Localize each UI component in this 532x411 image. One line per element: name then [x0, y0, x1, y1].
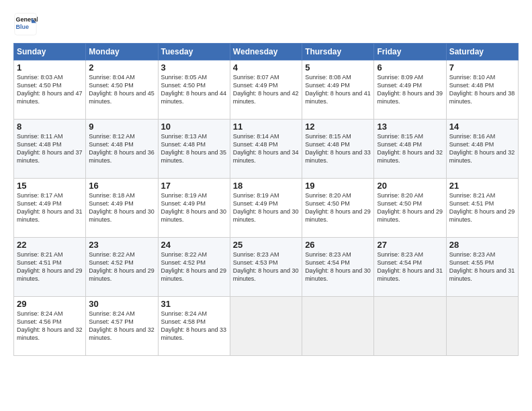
day-number: 4 [233, 62, 299, 73]
calendar-cell: 21 Sunrise: 8:21 AMSunset: 4:51 PMDaylig… [446, 179, 518, 238]
day-info: Sunrise: 8:04 AMSunset: 4:50 PMDaylight:… [89, 74, 154, 105]
day-number: 16 [89, 181, 154, 191]
day-info: Sunrise: 8:20 AMSunset: 4:50 PMDaylight:… [377, 192, 443, 223]
day-number: 29 [17, 299, 83, 309]
day-info: Sunrise: 8:23 AMSunset: 4:55 PMDaylight:… [449, 251, 515, 282]
calendar-page: General Blue SundayMondayTuesdayWednesda… [0, 0, 532, 411]
calendar-cell: 15 Sunrise: 8:17 AMSunset: 4:49 PMDaylig… [14, 179, 86, 238]
calendar-cell [446, 297, 518, 356]
day-number: 26 [305, 240, 371, 250]
calendar-cell: 19 Sunrise: 8:20 AMSunset: 4:50 PMDaylig… [302, 179, 374, 238]
day-info: Sunrise: 8:19 AMSunset: 4:49 PMDaylight:… [161, 192, 227, 223]
logo: General Blue [13, 12, 38, 36]
day-info: Sunrise: 8:24 AMSunset: 4:58 PMDaylight:… [161, 310, 227, 341]
calendar-cell: 16 Sunrise: 8:18 AMSunset: 4:49 PMDaylig… [86, 179, 158, 238]
calendar-table: SundayMondayTuesdayWednesdayThursdayFrid… [13, 43, 519, 356]
day-number: 11 [233, 122, 299, 132]
day-info: Sunrise: 8:09 AMSunset: 4:49 PMDaylight:… [377, 74, 443, 105]
weekday-header-row: SundayMondayTuesdayWednesdayThursdayFrid… [14, 44, 519, 60]
day-number: 15 [17, 181, 83, 191]
weekday-header-thursday: Thursday [302, 44, 374, 60]
weekday-header-monday: Monday [86, 44, 158, 60]
day-info: Sunrise: 8:03 AMSunset: 4:50 PMDaylight:… [17, 74, 83, 105]
day-info: Sunrise: 8:12 AMSunset: 4:48 PMDaylight:… [89, 133, 154, 164]
day-info: Sunrise: 8:17 AMSunset: 4:49 PMDaylight:… [17, 192, 83, 223]
weekday-header-wednesday: Wednesday [230, 44, 302, 60]
day-number: 7 [449, 62, 515, 73]
calendar-cell: 2 Sunrise: 8:04 AMSunset: 4:50 PMDayligh… [86, 60, 158, 120]
day-info: Sunrise: 8:24 AMSunset: 4:56 PMDaylight:… [17, 310, 83, 341]
day-info: Sunrise: 8:10 AMSunset: 4:48 PMDaylight:… [449, 74, 515, 105]
day-info: Sunrise: 8:15 AMSunset: 4:48 PMDaylight:… [305, 133, 371, 164]
calendar-cell: 5 Sunrise: 8:08 AMSunset: 4:49 PMDayligh… [302, 60, 374, 120]
calendar-cell: 31 Sunrise: 8:24 AMSunset: 4:58 PMDaylig… [158, 297, 230, 356]
calendar-cell [230, 297, 302, 356]
calendar-cell: 9 Sunrise: 8:12 AMSunset: 4:48 PMDayligh… [86, 120, 158, 179]
day-number: 28 [449, 240, 515, 250]
day-info: Sunrise: 8:14 AMSunset: 4:48 PMDaylight:… [233, 133, 299, 164]
day-number: 5 [305, 62, 371, 73]
calendar-cell: 12 Sunrise: 8:15 AMSunset: 4:48 PMDaylig… [302, 120, 374, 179]
day-number: 27 [377, 240, 443, 250]
day-number: 13 [377, 122, 443, 132]
day-number: 10 [161, 122, 227, 132]
calendar-cell: 4 Sunrise: 8:07 AMSunset: 4:49 PMDayligh… [230, 60, 302, 120]
calendar-cell: 13 Sunrise: 8:15 AMSunset: 4:48 PMDaylig… [374, 120, 446, 179]
calendar-cell: 28 Sunrise: 8:23 AMSunset: 4:55 PMDaylig… [446, 238, 518, 297]
day-info: Sunrise: 8:05 AMSunset: 4:50 PMDaylight:… [161, 74, 227, 105]
day-info: Sunrise: 8:21 AMSunset: 4:51 PMDaylight:… [449, 192, 515, 223]
calendar-cell: 1 Sunrise: 8:03 AMSunset: 4:50 PMDayligh… [14, 60, 86, 120]
day-info: Sunrise: 8:23 AMSunset: 4:54 PMDaylight:… [377, 251, 443, 282]
calendar-cell: 6 Sunrise: 8:09 AMSunset: 4:49 PMDayligh… [374, 60, 446, 120]
calendar-cell: 23 Sunrise: 8:22 AMSunset: 4:52 PMDaylig… [86, 238, 158, 297]
day-number: 18 [233, 181, 299, 191]
day-number: 9 [89, 122, 154, 132]
day-number: 31 [161, 299, 227, 309]
day-info: Sunrise: 8:08 AMSunset: 4:49 PMDaylight:… [305, 74, 371, 105]
week-row-5: 29 Sunrise: 8:24 AMSunset: 4:56 PMDaylig… [14, 297, 519, 356]
calendar-cell [302, 297, 374, 356]
day-info: Sunrise: 8:20 AMSunset: 4:50 PMDaylight:… [305, 192, 371, 223]
calendar-cell: 25 Sunrise: 8:23 AMSunset: 4:53 PMDaylig… [230, 238, 302, 297]
day-number: 17 [161, 181, 227, 191]
header: General Blue [13, 12, 519, 36]
week-row-2: 8 Sunrise: 8:11 AMSunset: 4:48 PMDayligh… [14, 120, 519, 179]
calendar-cell: 11 Sunrise: 8:14 AMSunset: 4:48 PMDaylig… [230, 120, 302, 179]
day-info: Sunrise: 8:16 AMSunset: 4:48 PMDaylight:… [449, 133, 515, 164]
calendar-cell: 20 Sunrise: 8:20 AMSunset: 4:50 PMDaylig… [374, 179, 446, 238]
day-number: 19 [305, 181, 371, 191]
day-info: Sunrise: 8:22 AMSunset: 4:52 PMDaylight:… [161, 251, 227, 282]
day-number: 23 [89, 240, 154, 250]
weekday-header-friday: Friday [374, 44, 446, 60]
day-number: 8 [17, 122, 83, 132]
day-number: 21 [449, 181, 515, 191]
calendar-cell: 7 Sunrise: 8:10 AMSunset: 4:48 PMDayligh… [446, 60, 518, 120]
calendar-cell: 10 Sunrise: 8:13 AMSunset: 4:48 PMDaylig… [158, 120, 230, 179]
calendar-cell: 18 Sunrise: 8:19 AMSunset: 4:49 PMDaylig… [230, 179, 302, 238]
day-number: 25 [233, 240, 299, 250]
day-info: Sunrise: 8:18 AMSunset: 4:49 PMDaylight:… [89, 192, 154, 223]
day-number: 14 [449, 122, 515, 132]
day-info: Sunrise: 8:24 AMSunset: 4:57 PMDaylight:… [89, 310, 154, 341]
day-info: Sunrise: 8:11 AMSunset: 4:48 PMDaylight:… [17, 133, 83, 164]
day-info: Sunrise: 8:07 AMSunset: 4:49 PMDaylight:… [233, 74, 299, 105]
day-number: 20 [377, 181, 443, 191]
day-info: Sunrise: 8:23 AMSunset: 4:54 PMDaylight:… [305, 251, 371, 282]
week-row-4: 22 Sunrise: 8:21 AMSunset: 4:51 PMDaylig… [14, 238, 519, 297]
calendar-cell: 3 Sunrise: 8:05 AMSunset: 4:50 PMDayligh… [158, 60, 230, 120]
day-number: 12 [305, 122, 371, 132]
calendar-cell: 24 Sunrise: 8:22 AMSunset: 4:52 PMDaylig… [158, 238, 230, 297]
calendar-cell: 30 Sunrise: 8:24 AMSunset: 4:57 PMDaylig… [86, 297, 158, 356]
calendar-cell: 26 Sunrise: 8:23 AMSunset: 4:54 PMDaylig… [302, 238, 374, 297]
day-info: Sunrise: 8:22 AMSunset: 4:52 PMDaylight:… [89, 251, 154, 282]
week-row-1: 1 Sunrise: 8:03 AMSunset: 4:50 PMDayligh… [14, 60, 519, 120]
calendar-cell [374, 297, 446, 356]
weekday-header-saturday: Saturday [446, 44, 518, 60]
calendar-cell: 8 Sunrise: 8:11 AMSunset: 4:48 PMDayligh… [14, 120, 86, 179]
day-number: 2 [89, 62, 154, 73]
week-row-3: 15 Sunrise: 8:17 AMSunset: 4:49 PMDaylig… [14, 179, 519, 238]
day-number: 3 [161, 62, 227, 73]
day-number: 22 [17, 240, 83, 250]
day-info: Sunrise: 8:13 AMSunset: 4:48 PMDaylight:… [161, 133, 227, 164]
day-info: Sunrise: 8:19 AMSunset: 4:49 PMDaylight:… [233, 192, 299, 223]
